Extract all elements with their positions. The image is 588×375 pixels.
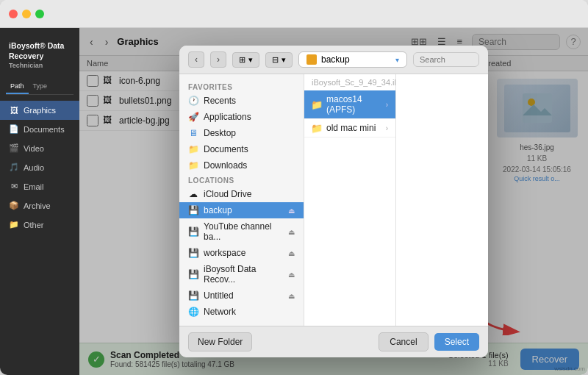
eject-icon[interactable]: ⏏ [288,271,295,279]
sidebar-item-other[interactable]: 📁 Other [0,215,79,235]
desktop-icon: 🖥 [188,128,198,138]
sidebar-item-label: YouTube channel ba... [204,221,283,242]
select-button[interactable]: Select [434,333,479,351]
sidebar-item-untitled[interactable]: 💾 Untitled ⏏ [179,288,304,304]
location-folder-icon [306,54,317,65]
eject-icon[interactable]: ⏏ [288,228,295,236]
favorites-section-header: Favorites [179,80,304,93]
drive-icon: 💾 [188,226,198,237]
sidebar-item-label: Documents [204,144,248,154]
dialog-search-input[interactable] [413,52,479,67]
dialog-list-toggle[interactable]: ⊟ ▾ [265,52,293,68]
sidebar-item-label: Other [24,221,44,229]
new-folder-button[interactable]: New Folder [188,332,252,351]
brand-title: iBoysoft® Data Recovery [9,41,71,61]
title-bar [0,0,588,28]
sidebar-item-recents[interactable]: 🕐 Recents [179,93,304,109]
sidebar-item-label: Audio [24,163,44,172]
tab-type[interactable]: Type [29,79,52,94]
maximize-button[interactable] [35,10,44,18]
dialog-location-bar[interactable]: backup ▾ [298,51,407,68]
sidebar-item-network[interactable]: 🌐 Network [179,304,304,320]
sidebar-item-label: Email [24,182,44,191]
drive-icon: 💾 [188,205,198,215]
eject-icon[interactable]: ⏏ [288,292,295,300]
video-icon: 🎬 [9,143,19,154]
sidebar-item-applications[interactable]: 🚀 Applications [179,109,304,125]
sidebar-item-documents[interactable]: 📄 Documents [0,120,79,139]
app-window: iBoysoft® Data Recovery Technician Path … [0,0,588,375]
dialog-toolbar: ‹ › ⊞ ▾ ⊟ ▾ backup ▾ [179,46,488,74]
documents-icon: 📄 [9,124,19,135]
main-content: ‹ › Graphics ⊞⊞ ☰ ≡ ? Name Size Date Cre… [79,28,588,375]
sidebar-item-label: Untitled [204,290,234,301]
view-grid-icon: ⊞ [239,55,245,65]
sidebar-item-backup[interactable]: 💾 backup ⏏ [179,202,304,218]
locations-section-header: Locations [179,174,304,186]
sidebar-item-documents[interactable]: 📁 Documents [179,141,304,157]
dialog-sidebar: Favorites 🕐 Recents 🚀 Applications 🖥 [179,74,304,326]
icloud-icon: ☁ [188,189,198,199]
network-icon: 🌐 [188,307,198,317]
app-body: iBoysoft® Data Recovery Technician Path … [0,28,588,375]
eject-icon[interactable]: ⏏ [288,249,295,257]
sidebar-item-iboysoft[interactable]: 💾 iBoysoft Data Recov... ⏏ [179,261,304,288]
sidebar-item-label: Documents [24,125,65,134]
sidebar-item-label: Graphics [24,106,56,115]
minimize-button[interactable] [22,10,31,18]
chevron-right-icon: › [386,101,388,109]
view-list-icon: ⊟ [272,55,279,65]
sidebar-item-label: Desktop [204,128,236,138]
sidebar-item-downloads[interactable]: 📁 Downloads [179,157,304,174]
applications-icon: 🚀 [188,112,198,122]
sidebar-item-email[interactable]: ✉ Email [0,177,79,196]
sidebar-item-icloud[interactable]: ☁ iCloud Drive [179,186,304,202]
sidebar-item-video[interactable]: 🎬 Video [0,139,79,158]
close-button[interactable] [9,10,18,18]
sidebar-item-archive[interactable]: 📦 Archive [0,196,79,215]
drive-icon: 💾 [188,248,198,258]
sidebar-item-desktop[interactable]: 🖥 Desktop [179,125,304,141]
other-icon: 📁 [9,220,19,230]
chevron-down-icon: ▾ [282,55,286,65]
col-item-label: macos14 (APFS) [326,94,381,115]
save-dialog: ‹ › ⊞ ▾ ⊟ ▾ backup ▾ [179,46,488,357]
chevron-right-icon: › [386,124,388,132]
dialog-col-2 [396,74,488,326]
sidebar-item-label: Downloads [204,160,247,171]
col-item-oldmac[interactable]: 📁 old mac mini › [304,119,395,138]
sidebar-item-label: Network [204,307,236,317]
sidebar-item-label: Applications [204,112,251,122]
sidebar-item-label: workspace [204,248,245,258]
dialog-forward-button[interactable]: › [210,51,226,68]
sidebar-item-workspace[interactable]: 💾 workspace ⏏ [179,245,304,261]
sidebar-brand: iBoysoft® Data Recovery Technician [0,35,79,79]
sidebar-item-youtube[interactable]: 💾 YouTube channel ba... ⏏ [179,218,304,245]
col-item-macos[interactable]: 📁 macos14 (APFS) › [304,90,395,119]
sidebar-item-label: backup [204,205,232,215]
sidebar-item-graphics[interactable]: 🖼 Graphics [0,101,79,120]
sidebar-item-label: Recents [204,96,236,106]
dialog-body: Favorites 🕐 Recents 🚀 Applications 🖥 [179,74,488,326]
tab-path[interactable]: Path [6,79,29,94]
downloads-icon: 📁 [188,160,198,171]
traffic-lights [9,10,44,18]
eject-icon[interactable]: ⏏ [288,207,295,215]
location-label: backup [321,54,350,65]
chevron-down-icon: ▾ [248,55,253,65]
sidebar-item-label: Archive [24,201,51,210]
drive-icon: 💾 [188,269,198,279]
dialog-back-button[interactable]: ‹ [188,51,204,68]
folder-icon: 📁 [312,123,322,133]
cancel-button[interactable]: Cancel [379,332,428,351]
dialog-bottom-bar: New Folder Cancel Select [179,326,488,357]
sidebar: iBoysoft® Data Recovery Technician Path … [0,28,79,375]
sidebar-item-label: Video [24,144,44,153]
drive-icon: 💾 [188,290,198,301]
sidebar-item-label: iBoysoft Data Recov... [204,264,283,285]
email-icon: ✉ [9,182,19,192]
dialog-view-toggle[interactable]: ⊞ ▾ [232,52,259,68]
sidebar-item-audio[interactable]: 🎵 Audio [0,158,79,177]
audio-icon: 🎵 [9,162,19,173]
dialog-overlay: ‹ › ⊞ ▾ ⊟ ▾ backup ▾ [79,28,588,375]
